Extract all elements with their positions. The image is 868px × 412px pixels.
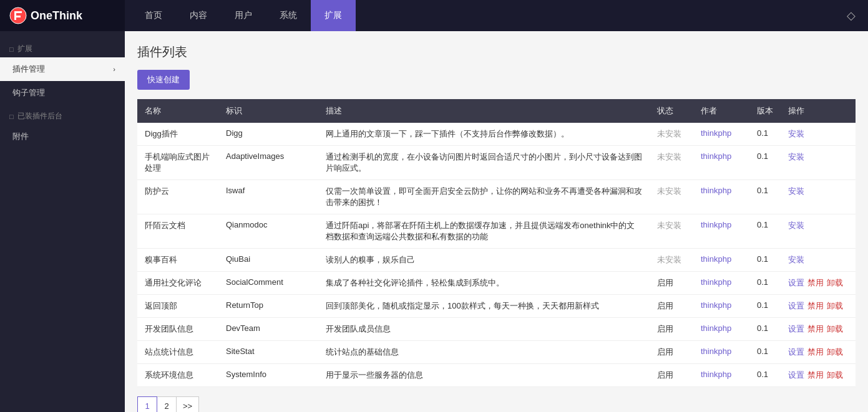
logo: OneThink xyxy=(0,0,125,31)
author-link[interactable]: thinkphp xyxy=(701,220,731,229)
table-row: 防护云 Iswaf 仅需一次简单设置，即可全面开启安全云防护，让你的网站和业务不… xyxy=(137,180,856,214)
cell-name: 开发团队信息 xyxy=(137,318,218,341)
cell-author: thinkphp xyxy=(693,341,749,364)
sidebar-section-extend: □ 扩展 xyxy=(0,37,125,57)
cell-status: 未安装 xyxy=(650,146,693,180)
th-author: 作者 xyxy=(693,99,749,123)
th-status: 状态 xyxy=(650,99,693,123)
sidebar-section-label: 扩展 xyxy=(17,44,32,54)
author-link[interactable]: thinkphp xyxy=(701,323,731,333)
nav-items: 首页 内容 用户 系统 扩展 xyxy=(125,0,834,31)
nav-extend[interactable]: 扩展 xyxy=(311,0,356,31)
sidebar-item-plugin-manage[interactable]: 插件管理 › xyxy=(0,57,125,81)
table-row: 通用社交化评论 SocialComment 集成了各种社交化评论插件，轻松集成到… xyxy=(137,272,856,295)
status-badge: 启用 xyxy=(657,324,673,333)
cell-action: 安装 xyxy=(781,180,856,214)
cell-author: thinkphp xyxy=(693,272,749,295)
status-badge: 未安装 xyxy=(657,221,681,230)
author-link[interactable]: thinkphp xyxy=(701,347,731,356)
cell-id: ReturnTop xyxy=(218,295,318,318)
cell-action: 安装 xyxy=(781,146,856,180)
main-content: 插件列表 快速创建 名称 标识 描述 状态 作者 版本 操作 Digg插件 Di… xyxy=(125,31,868,412)
cell-desc: 回到顶部美化，随机或指定显示，100款样式，每天一种换，天天都用新样式 xyxy=(318,295,650,318)
cell-action: 安装 xyxy=(781,214,856,249)
action-install[interactable]: 安装 xyxy=(788,255,804,264)
cell-desc: 用于显示一些服务器的信息 xyxy=(318,364,650,387)
action-disable[interactable]: 禁用 xyxy=(807,278,824,287)
action-setting[interactable]: 设置 xyxy=(788,347,804,357)
cell-status: 未安装 xyxy=(650,180,693,214)
cell-status: 启用 xyxy=(650,295,693,318)
status-badge: 未安装 xyxy=(657,129,681,138)
cell-name: 阡陌云文档 xyxy=(137,214,218,249)
cell-author: thinkphp xyxy=(693,214,749,249)
sidebar: □ 扩展 插件管理 › 钩子管理 □ 已装插件后台 附件 xyxy=(0,31,125,412)
cell-version: 0.1 xyxy=(749,318,781,341)
cell-id: Iswaf xyxy=(218,180,318,214)
sidebar-item-hook-manage[interactable]: 钩子管理 xyxy=(0,81,125,105)
plugin-table: 名称 标识 描述 状态 作者 版本 操作 Digg插件 Digg 网上通用的文章… xyxy=(137,99,856,387)
expand-icon: □ xyxy=(9,46,14,53)
sidebar-item-attachment[interactable]: 附件 xyxy=(0,125,125,148)
nav-content[interactable]: 内容 xyxy=(176,0,221,31)
action-install[interactable]: 安装 xyxy=(788,152,804,161)
cell-status: 启用 xyxy=(650,272,693,295)
cell-name: 系统环境信息 xyxy=(137,364,218,387)
author-link[interactable]: thinkphp xyxy=(701,370,731,379)
cell-desc: 仅需一次简单设置，即可全面开启安全云防护，让你的网站和业务不再遭受各种漏洞和攻击… xyxy=(318,180,650,214)
cell-status: 未安装 xyxy=(650,249,693,272)
th-desc: 描述 xyxy=(318,99,650,123)
cell-version: 0.1 xyxy=(749,146,781,180)
action-setting[interactable]: 设置 xyxy=(788,324,804,333)
cell-version: 0.1 xyxy=(749,214,781,249)
cell-status: 启用 xyxy=(650,341,693,364)
status-badge: 启用 xyxy=(657,370,673,380)
author-link[interactable]: thinkphp xyxy=(701,254,731,264)
author-link[interactable]: thinkphp xyxy=(701,277,731,287)
table-row: 系统环境信息 SystemInfo 用于显示一些服务器的信息 启用 thinkp… xyxy=(137,364,856,387)
status-badge: 启用 xyxy=(657,301,673,310)
quick-create-button[interactable]: 快速创建 xyxy=(137,70,190,90)
status-badge: 启用 xyxy=(657,278,673,287)
cell-desc: 通过阡陌api，将部署在阡陌主机上的数据缓存加速，并且提供远端发布onethin… xyxy=(318,214,650,249)
page-btn-1[interactable]: 1 xyxy=(137,396,157,412)
cell-desc: 集成了各种社交化评论插件，轻松集成到系统中。 xyxy=(318,272,650,295)
action-install[interactable]: 安装 xyxy=(788,221,804,230)
th-version: 版本 xyxy=(749,99,781,123)
user-menu[interactable]: ◇ xyxy=(834,9,868,22)
nav-system[interactable]: 系统 xyxy=(266,0,311,31)
cell-version: 0.1 xyxy=(749,123,781,146)
cell-status: 启用 xyxy=(650,318,693,341)
action-setting[interactable]: 设置 xyxy=(788,301,804,310)
action-uninstall[interactable]: 卸载 xyxy=(827,347,843,357)
table-row: 站点统计信息 SiteStat 统计站点的基础信息 启用 thinkphp 0.… xyxy=(137,341,856,364)
action-disable[interactable]: 禁用 xyxy=(807,324,824,333)
page-btn-next[interactable]: >> xyxy=(176,396,199,412)
action-uninstall[interactable]: 卸载 xyxy=(827,278,843,287)
cell-name: 通用社交化评论 xyxy=(137,272,218,295)
action-disable[interactable]: 禁用 xyxy=(807,347,824,357)
action-disable[interactable]: 禁用 xyxy=(807,301,824,310)
cell-version: 0.1 xyxy=(749,272,781,295)
author-link[interactable]: thinkphp xyxy=(701,300,731,310)
action-uninstall[interactable]: 卸载 xyxy=(827,324,843,333)
action-setting[interactable]: 设置 xyxy=(788,370,804,380)
action-uninstall[interactable]: 卸载 xyxy=(827,370,843,380)
author-link[interactable]: thinkphp xyxy=(701,128,731,138)
cell-status: 启用 xyxy=(650,364,693,387)
cell-name: 防护云 xyxy=(137,180,218,214)
status-badge: 未安装 xyxy=(657,186,681,196)
action-install[interactable]: 安装 xyxy=(788,186,804,196)
action-disable[interactable]: 禁用 xyxy=(807,370,824,380)
action-setting[interactable]: 设置 xyxy=(788,278,804,287)
cell-id: SocialComment xyxy=(218,272,318,295)
action-uninstall[interactable]: 卸载 xyxy=(827,301,843,310)
author-link[interactable]: thinkphp xyxy=(701,186,731,195)
nav-home[interactable]: 首页 xyxy=(131,0,176,31)
nav-user[interactable]: 用户 xyxy=(221,0,266,31)
cell-status: 未安装 xyxy=(650,123,693,146)
page-btn-2[interactable]: 2 xyxy=(157,396,177,412)
author-link[interactable]: thinkphp xyxy=(701,151,731,161)
logo-text: OneThink xyxy=(31,9,82,22)
action-install[interactable]: 安装 xyxy=(788,129,804,138)
